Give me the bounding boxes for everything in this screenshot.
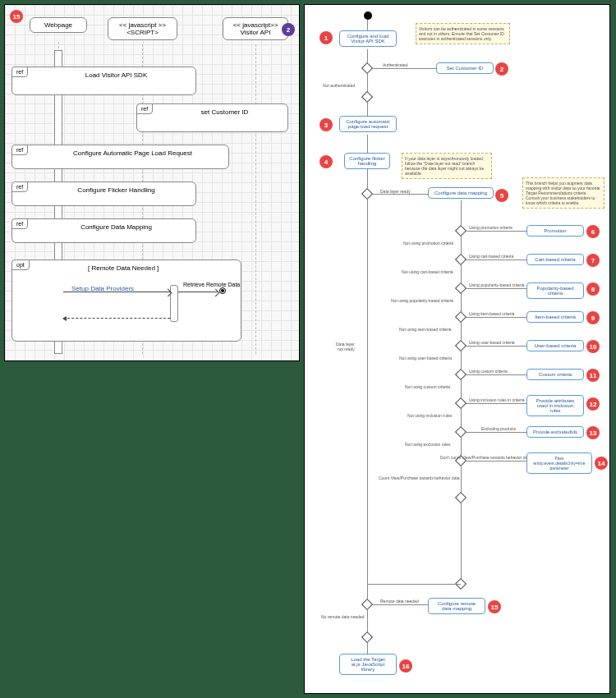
lifeline-script: << javascript >> <SCRIPT> [108,17,177,40]
node-user[interactable]: User-based criteria [526,340,584,351]
frag-label: opt [11,259,30,270]
retrieve-label: Retrieve Remote Data [183,282,240,287]
frag-title: set Customer ID [170,108,279,116]
node-popularity[interactable]: Popularity-based criteria [526,282,584,299]
badge-3: 3 [319,118,333,131]
frag-flicker: ref Configure Flicker Handling [11,181,196,206]
frag-opt: opt [ Remote Data Needed ] Setup Data Pr… [11,259,241,342]
frag-load-sdk: ref Load Visitor API SDK [11,67,196,95]
frag-label: ref [11,67,28,77]
badge-6: 6 [586,225,600,238]
badge-15: 15 [488,600,501,613]
lbl-dlnotready: Data layer not ready [336,342,355,351]
badge-1: 1 [319,31,333,44]
badge-10: 10 [586,340,600,353]
node-item[interactable]: Item-based criteria [526,311,584,323]
node-configure-sdk[interactable]: Configure and load Visitor API SDK [339,30,397,47]
node-cart[interactable]: Cart-based criteria [526,254,584,265]
sequence-diagram-panel: 15 Webpage << javascript >> <SCRIPT> << … [4,4,300,361]
badge-12: 12 [586,397,600,411]
badge-5: 5 [495,189,508,202]
badge-9: 9 [586,311,600,324]
note-datalayer: If your data layer is asynchronously loa… [402,153,492,179]
badge-13: 13 [586,426,600,439]
node-set-customer[interactable]: Set Customer ID [436,62,494,74]
node-promotion[interactable]: Promotion [526,225,584,236]
frag-title: Configure Automatic Page Load Request [45,149,220,157]
arrow-retrieve [178,292,218,292]
frag-label: ref [11,181,28,192]
frag-pageload: ref Configure Automatic Page Load Reques… [11,145,229,169]
flowchart-panel: Configure and load Visitor API SDK 1 Vis… [304,4,610,694]
note-branch: This branch helps you augment data mappi… [522,177,605,209]
frag-label: ref [136,103,153,114]
activation-remote [170,285,178,322]
node-custom[interactable]: Custom criteria [526,369,584,380]
node-detailsonly[interactable]: Pass entity.event.detailsOnly=true param… [526,452,592,474]
node-datamapping[interactable]: Configure data mapping [428,187,494,199]
arrow-return [63,318,170,319]
frag-set-customer: ref set Customer ID [136,103,288,132]
frag-title: Configure Flicker Handling [45,186,187,194]
end-circle [219,287,226,294]
node-load-atjs[interactable]: Load the Target at.js JavaScript library [339,654,397,675]
lifeline-webpage: Webpage [30,17,87,33]
badge-14: 14 [595,457,608,470]
lbl-notauth: Not authenticated [323,83,355,88]
arrow-setup [63,292,170,292]
opt-guard: [ Remote Data Needed ] [88,264,159,272]
lbl-auth: Authenticated [383,62,408,67]
badge-16: 16 [399,659,412,673]
lifeline-visitor-api: << javascript>> Visitor API [223,17,288,40]
frag-title: Load Visitor API SDK [45,71,187,79]
badge-2-purple: 2 [282,23,295,36]
frag-label: ref [11,145,28,155]
node-inclusion[interactable]: Provide attributes used in inclusion rul… [526,395,584,416]
badge-2: 2 [495,62,508,76]
node-exclude[interactable]: Provide excludedIds [526,426,584,438]
frag-title: Configure Data Mapping [45,223,187,231]
frag-datamapping: ref Configure Data Mapping [11,218,196,243]
note-auth: Visitors can be authenticated in some se… [416,23,510,44]
badge-4: 4 [319,155,333,168]
badge-8: 8 [586,282,600,296]
badge-11: 11 [586,369,600,382]
node-pageload[interactable]: Configure automatic page-load request [339,116,397,132]
node-flicker[interactable]: Configure flicker handling [344,153,390,169]
badge-15-left: 15 [10,10,23,23]
node-remote[interactable]: Configure remote data mapping [428,598,485,614]
lifeline-line-3 [255,44,256,354]
badge-7: 7 [586,254,600,267]
start-dot [364,11,372,20]
frag-label: ref [11,218,28,229]
